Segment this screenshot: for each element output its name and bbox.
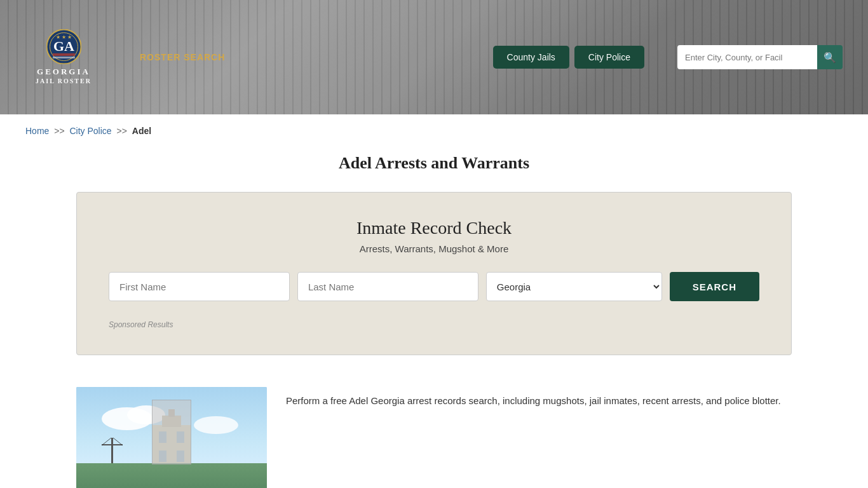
- first-name-input[interactable]: [109, 272, 290, 301]
- location-image: [76, 387, 267, 488]
- svg-rect-7: [76, 476, 267, 488]
- record-check-subtitle: Arrests, Warrants, Mugshot & More: [109, 243, 759, 254]
- breadcrumb-current: Adel: [132, 126, 151, 136]
- record-check-box: Inmate Record Check Arrests, Warrants, M…: [76, 192, 792, 355]
- page-title: Adel Arrests and Warrants: [25, 154, 843, 173]
- svg-rect-5: [53, 57, 75, 58]
- nav-buttons: County Jails City Police: [493, 46, 644, 69]
- header-banner: GA ★ ★ ★ GEORGIA JAIL ROSTER ROSTER SEAR…: [0, 0, 868, 114]
- location-illustration: [76, 387, 267, 488]
- record-search-button[interactable]: SEARCH: [670, 272, 759, 301]
- svg-text:GA: GA: [53, 38, 74, 54]
- svg-rect-19: [102, 444, 123, 445]
- breadcrumb-city-police[interactable]: City Police: [70, 126, 112, 136]
- bottom-description: Perform a free Adel Georgia arrest recor…: [286, 387, 792, 409]
- svg-rect-4: [53, 53, 75, 56]
- svg-rect-16: [162, 416, 181, 427]
- svg-rect-15: [177, 451, 184, 462]
- sponsored-label: Sponsored Results: [109, 320, 759, 329]
- breadcrumb-sep2: >>: [117, 126, 127, 136]
- last-name-input[interactable]: [297, 272, 478, 301]
- svg-rect-6: [76, 387, 267, 482]
- svg-rect-17: [168, 409, 175, 417]
- state-select[interactable]: Georgia Alabama Florida Tennessee South …: [486, 272, 662, 301]
- breadcrumb-home[interactable]: Home: [25, 126, 49, 136]
- record-check-form: Georgia Alabama Florida Tennessee South …: [109, 272, 759, 301]
- county-jails-button[interactable]: County Jails: [493, 46, 569, 69]
- page-title-section: Adel Arrests and Warrants: [0, 147, 868, 192]
- city-police-button[interactable]: City Police: [574, 46, 644, 69]
- record-check-title: Inmate Record Check: [109, 218, 759, 238]
- svg-rect-13: [177, 431, 184, 443]
- nav-roster-search[interactable]: ROSTER SEARCH: [140, 52, 225, 62]
- svg-point-10: [194, 416, 238, 434]
- search-icon: 🔍: [824, 51, 836, 64]
- breadcrumb: Home >> City Police >> Adel: [0, 114, 868, 147]
- svg-text:★ ★ ★: ★ ★ ★: [56, 34, 72, 40]
- svg-rect-12: [159, 431, 166, 443]
- logo-area: GA ★ ★ ★ GEORGIA JAIL ROSTER: [25, 29, 102, 86]
- svg-rect-18: [111, 438, 113, 479]
- breadcrumb-sep1: >>: [54, 126, 64, 136]
- bottom-section: Perform a free Adel Georgia arrest recor…: [0, 374, 868, 488]
- georgia-seal-icon: GA ★ ★ ★: [46, 29, 81, 64]
- svg-rect-14: [159, 451, 166, 462]
- svg-rect-11: [153, 425, 191, 479]
- logo-text: GEORGIA JAIL ROSTER: [36, 67, 92, 86]
- header-search-area: 🔍: [677, 45, 843, 69]
- svg-point-9: [127, 405, 165, 424]
- header-search-input[interactable]: [677, 45, 817, 69]
- header-search-button[interactable]: 🔍: [817, 45, 843, 69]
